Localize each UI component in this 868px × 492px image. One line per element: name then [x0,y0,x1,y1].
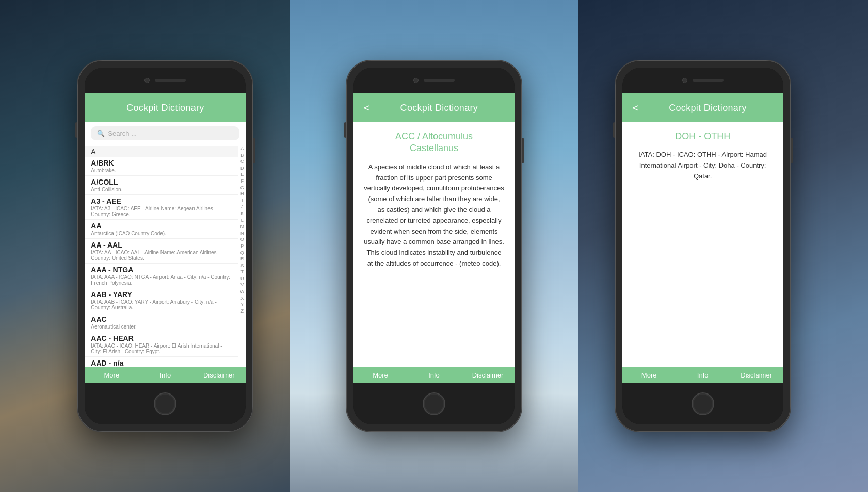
volume-button-3 [613,122,615,138]
alpha-j[interactable]: J [241,204,244,210]
phone-2-detail: ACC / AltocumulusCastellanus A species o… [353,122,515,367]
tab-disclaimer-2[interactable]: Disclaimer [461,371,515,379]
list-item[interactable]: AAC - HEAR IATA: AAC - ICAO: HEAR - Airp… [85,332,238,357]
entry-subtitle: IATA: A3 - ICAO: AEE - Airline Name: Aeg… [91,206,232,217]
alpha-t[interactable]: T [241,269,244,275]
list-item[interactable]: AAC Aeronautical center. [85,313,238,332]
alpha-s[interactable]: S [240,263,244,269]
list-item[interactable]: A/COLL Anti-Collision. [85,176,238,195]
list-item[interactable]: A/BRK Autobrake. [85,157,238,176]
alpha-a[interactable]: A [240,145,244,152]
alpha-y[interactable]: Y [240,301,244,308]
phone-2-screen: < Cockpit Dictionary ACC / AltocumulusCa… [353,93,515,383]
phone-2-detail-body: A species of middle cloud of which at le… [364,162,504,269]
alpha-r[interactable]: R [240,256,244,263]
tab-disclaimer-3[interactable]: Disclaimer [730,371,783,379]
phone-3-speaker [693,79,724,82]
alpha-p[interactable]: P [240,243,244,250]
volume-button [75,122,77,138]
entry-subtitle: Antarctica (ICAO Country Code). [91,231,232,236]
phone-3-top-bezel [622,68,783,93]
tab-info-1[interactable]: Info [138,371,192,379]
phone-1-home-btn[interactable] [154,392,176,415]
list-item[interactable]: AAA - NTGA IATA: AAA - ICAO: NTGA - Airp… [85,264,238,288]
phone-2-inner: < Cockpit Dictionary ACC / AltocumulusCa… [353,68,515,424]
tab-info-3[interactable]: Info [676,371,730,379]
phone-3: < Cockpit Dictionary DOH - OTHH IATA: DO… [615,60,791,432]
phone-3-bottom-bezel [622,383,783,424]
alpha-w[interactable]: W [240,288,245,295]
power-button-2 [522,138,524,163]
list-item[interactable]: AA - AAL IATA: AA - ICAO: AAL - Airline … [85,239,238,264]
alpha-u[interactable]: U [240,275,244,282]
phone-3-detail-body: IATA: DOH - ICAO: OTHH - Airport: Hamad … [633,150,773,182]
entry-title: A/COLL [91,178,232,186]
entry-subtitle: Aeronautical center. [91,324,232,330]
phone-3-inner: < Cockpit Dictionary DOH - OTHH IATA: DO… [622,68,783,424]
entry-subtitle: Anti-Collision. [91,187,232,192]
alpha-l[interactable]: L [241,217,244,224]
phone-1: Cockpit Dictionary 🔍 Search ... A A/BRK [77,60,253,432]
section-header-a: A [85,146,238,157]
entry-title: AAC - HEAR [91,334,232,342]
entry-subtitle: IATA: AAB - ICAO: YARY - Airport: Arrabu… [91,299,232,310]
alpha-i[interactable]: I [242,198,243,204]
entry-title: A3 - AEE [91,197,232,205]
tab-more-3[interactable]: More [622,371,676,379]
alpha-v[interactable]: V [240,282,244,288]
phone-2-speaker [424,79,455,82]
list-item[interactable]: AAB - YARY IATA: AAB - ICAO: YARY - Airp… [85,288,238,313]
phone-2-tab-bar: More Info Disclaimer [353,367,515,383]
alpha-o[interactable]: O [240,236,244,243]
phone-1-inner: Cockpit Dictionary 🔍 Search ... A A/BRK [85,68,246,424]
alpha-e[interactable]: E [240,171,244,178]
phone-2-header: < Cockpit Dictionary [353,93,515,122]
search-placeholder: Search ... [108,129,137,137]
entry-title: AAB - YARY [91,290,232,299]
power-button-3 [791,138,793,163]
alpha-m[interactable]: M [240,223,245,230]
search-icon: 🔍 [97,130,105,137]
list-item[interactable]: A3 - AEE IATA: A3 - ICAO: AEE - Airline … [85,195,238,220]
phone-3-title: Cockpit Dictionary [640,103,775,113]
phone-3-camera [682,78,687,83]
phone-1-title: Cockpit Dictionary [93,103,237,113]
back-button-3[interactable]: < [631,103,641,113]
phone-2: < Cockpit Dictionary ACC / AltocumulusCa… [346,60,522,432]
entry-title: A/BRK [91,159,232,167]
phone-3-home-btn[interactable] [692,392,714,415]
alpha-q[interactable]: Q [240,250,244,256]
phone-1-tab-bar: More Info Disclaimer [85,367,246,383]
alpha-c[interactable]: C [240,158,244,165]
phone-3-detail: DOH - OTHH IATA: DOH - ICAO: OTHH - Airp… [622,122,783,367]
alpha-b[interactable]: B [240,152,244,159]
phone-1-bottom-bezel [85,383,246,424]
list-item[interactable]: AA Antarctica (ICAO Country Code). [85,220,238,239]
tab-info-2[interactable]: Info [407,371,461,379]
alpha-x[interactable]: X [240,295,244,302]
alpha-h[interactable]: H [240,191,244,198]
tab-more-2[interactable]: More [353,371,407,379]
phone-2-home-btn[interactable] [423,392,445,415]
alpha-z[interactable]: Z [241,308,244,315]
phone-2-bottom-bezel [353,383,515,424]
alpha-f[interactable]: F [241,178,244,185]
alpha-g[interactable]: G [240,185,244,191]
search-bar-container: 🔍 Search ... [85,122,246,144]
list-item[interactable]: AAD - n/a IATA: AAD - ICAO: n/a - Airpor… [85,357,238,367]
dict-entries: A A/BRK Autobrake. A/COLL Anti-Collision… [85,144,238,367]
back-button-2[interactable]: < [362,103,372,113]
alpha-n[interactable]: N [240,230,244,237]
phone-2-camera [413,78,419,83]
search-bar[interactable]: 🔍 Search ... [91,126,239,140]
tab-more-1[interactable]: More [85,371,138,379]
phone-1-screen: Cockpit Dictionary 🔍 Search ... A A/BRK [85,93,246,383]
entry-title: AA - AAL [91,241,232,249]
phone-2-detail-title: ACC / AltocumulusCastellanus [364,130,504,155]
alpha-k[interactable]: K [240,210,244,217]
phone-2-top-bezel [353,68,515,93]
alpha-d[interactable]: D [240,165,244,172]
tab-disclaimer-1[interactable]: Disclaimer [192,371,246,379]
entry-title: AA [91,222,232,230]
alpha-index[interactable]: A B C D E F G H I J K L M N O [238,144,246,367]
